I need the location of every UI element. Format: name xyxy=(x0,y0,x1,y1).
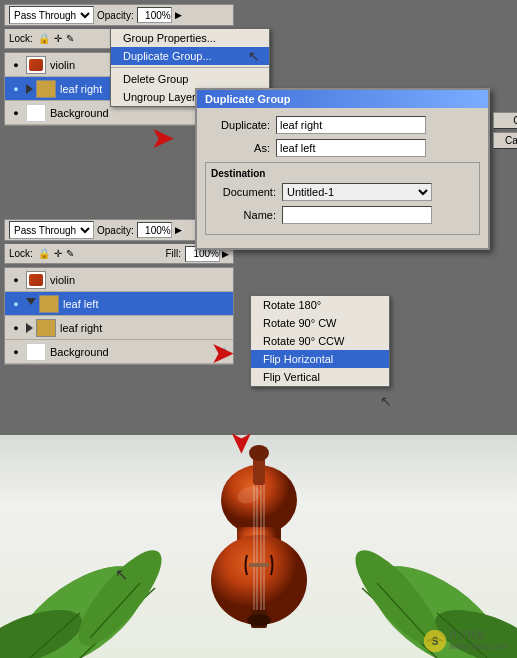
ctx-rotate90cw[interactable]: Rotate 90° CW xyxy=(251,314,389,332)
svg-point-25 xyxy=(247,614,271,626)
thumb-bg-top xyxy=(26,104,46,122)
move-icon-bottom[interactable]: ✛ xyxy=(54,248,62,259)
ctx-duplicate-group[interactable]: Duplicate Group... xyxy=(111,47,269,65)
dialog-row-name: Name: xyxy=(211,206,474,224)
dialog-destination-group: Destination Document: Untitled-1 Name: xyxy=(205,162,480,235)
folder-arrow-leafleft xyxy=(26,298,36,310)
document-label: Document: xyxy=(211,186,276,198)
violin-svg xyxy=(179,445,339,655)
ctx-flip-horizontal[interactable]: Flip Horizontal xyxy=(251,350,389,368)
eye-bg-top[interactable]: ● xyxy=(9,106,23,120)
top-toolbar: Pass Through Opacity: ▶ xyxy=(4,4,234,26)
brush-icon[interactable]: ✎ xyxy=(66,33,74,44)
arrow-down: ➤ xyxy=(225,430,260,455)
duplicate-group-dialog: Duplicate Group Duplicate: As: Destinati… xyxy=(195,88,490,250)
as-value-input[interactable] xyxy=(276,139,426,157)
top-panel: Pass Through Opacity: ▶ Lock: 🔒 ✛ ✎ ● vi… xyxy=(0,0,517,215)
fill-arrow-bottom: ▶ xyxy=(222,249,229,259)
dialog-row-duplicate: Duplicate: xyxy=(205,116,480,134)
brush-icon-bottom[interactable]: ✎ xyxy=(66,248,74,259)
thumb-leafleft-bottom xyxy=(39,295,59,313)
cancel-button[interactable]: Cancel xyxy=(493,132,517,149)
destination-title: Destination xyxy=(211,168,474,179)
opacity-input-top[interactable] xyxy=(137,7,172,23)
arrow-to-dialog: ➤ xyxy=(150,120,175,155)
svg-text:S: S xyxy=(432,636,439,647)
ctx-rotate90ccw[interactable]: Rotate 90° CCW xyxy=(251,332,389,350)
document-select[interactable]: Untitled-1 xyxy=(282,183,432,201)
arrow-icon-bottom: ▶ xyxy=(175,225,182,235)
name-label: Name: xyxy=(211,209,276,221)
eye-violin-top[interactable]: ● xyxy=(9,58,23,72)
watermark-line1: 月月联盟 xyxy=(449,630,509,642)
dialog-row-document: Document: Untitled-1 xyxy=(211,183,474,201)
layer-name-leafleft-bottom: leaf left xyxy=(63,298,229,310)
ctx-rotate180[interactable]: Rotate 180° xyxy=(251,296,389,314)
layer-item-leafleft-bottom[interactable]: ● leaf left xyxy=(5,292,233,316)
ok-button[interactable]: OK xyxy=(493,112,517,129)
thumb-violin-bottom xyxy=(26,271,46,289)
blend-mode-select-top[interactable]: Pass Through xyxy=(9,6,94,24)
eye-leafleft-bottom[interactable]: ● xyxy=(9,297,23,311)
folder-arrow-leafright-b xyxy=(26,323,33,333)
ctx-group-properties[interactable]: Group Properties... xyxy=(111,29,269,47)
duplicate-value-input[interactable] xyxy=(276,116,426,134)
layer-name-bg-top: Background xyxy=(50,107,218,119)
cursor-context-top: ↖ xyxy=(248,48,260,64)
eye-leafright-bottom[interactable]: ● xyxy=(9,321,23,335)
opacity-label-top: Opacity: xyxy=(97,10,134,21)
dialog-buttons: OK Cancel xyxy=(493,112,517,149)
layer-item-bg-bottom[interactable]: ● Background 🔒 xyxy=(5,340,233,364)
ctx-flip-vertical[interactable]: Flip Vertical xyxy=(251,368,389,386)
folder-arrow-leafright xyxy=(26,84,33,94)
opacity-label-bottom: Opacity: xyxy=(97,225,134,236)
left-leaves-svg xyxy=(0,458,200,658)
dialog-title: Duplicate Group xyxy=(197,90,488,108)
watermark-line2: www.5yxs.com xyxy=(449,641,509,653)
thumb-violin-top xyxy=(26,56,46,74)
context-menu-bottom: Rotate 180° Rotate 90° CW Rotate 90° CCW… xyxy=(250,295,390,387)
layer-name-leafright-bottom: leaf right xyxy=(60,322,229,334)
watermark: S 月月联盟 www.5yxs.com xyxy=(424,630,509,653)
lock-label-bottom: Lock: xyxy=(9,248,33,259)
dialog-body: Duplicate: As: Destination Document: Unt… xyxy=(197,108,488,248)
layer-item-violin-bottom[interactable]: ● violin xyxy=(5,268,233,292)
layer-item-leafright-bottom[interactable]: ● leaf right xyxy=(5,316,233,340)
blend-mode-select-bottom[interactable]: Pass Through xyxy=(9,221,94,239)
eye-bg-bottom[interactable]: ● xyxy=(9,345,23,359)
name-input[interactable] xyxy=(282,206,432,224)
lock-icon-bottom[interactable]: 🔒 xyxy=(38,248,50,259)
dialog-row-as: As: xyxy=(205,139,480,157)
eye-violin-bottom[interactable]: ● xyxy=(9,273,23,287)
ctx-delete-group[interactable]: Delete Group xyxy=(111,70,269,88)
watermark-text: 月月联盟 www.5yxs.com xyxy=(449,630,509,653)
fill-label-bottom: Fill: xyxy=(165,248,181,259)
thumb-leafright-top xyxy=(36,80,56,98)
thumb-bg-bottom xyxy=(26,343,46,361)
eye-leafright-top[interactable]: ● xyxy=(9,82,23,96)
as-label: As: xyxy=(205,142,270,154)
arrow-to-context: ➤ xyxy=(210,335,235,370)
violin-area: S 月月联盟 www.5yxs.com ↖ xyxy=(0,435,517,658)
lock-icon[interactable]: 🔒 xyxy=(38,33,50,44)
ctx-separator-top xyxy=(111,67,269,68)
lock-label-top: Lock: xyxy=(9,33,33,44)
layer-name-bg-bottom: Background xyxy=(50,346,218,358)
watermark-logo: S xyxy=(424,630,446,652)
svg-rect-21 xyxy=(249,563,269,567)
arrow-icon-top: ▶ xyxy=(175,10,182,20)
move-icon[interactable]: ✛ xyxy=(54,33,62,44)
layer-name-violin-bottom: violin xyxy=(50,274,229,286)
cursor-context-bottom: ↖ xyxy=(380,393,392,409)
right-leaves-svg xyxy=(317,458,517,658)
layers-panel-bottom: ● violin ● leaf left ● leaf right ● Back… xyxy=(4,267,234,365)
cursor-violin-area: ↖ xyxy=(115,565,128,584)
duplicate-label: Duplicate: xyxy=(205,119,270,131)
opacity-input-bottom[interactable] xyxy=(137,222,172,238)
thumb-leafright-bottom xyxy=(36,319,56,337)
